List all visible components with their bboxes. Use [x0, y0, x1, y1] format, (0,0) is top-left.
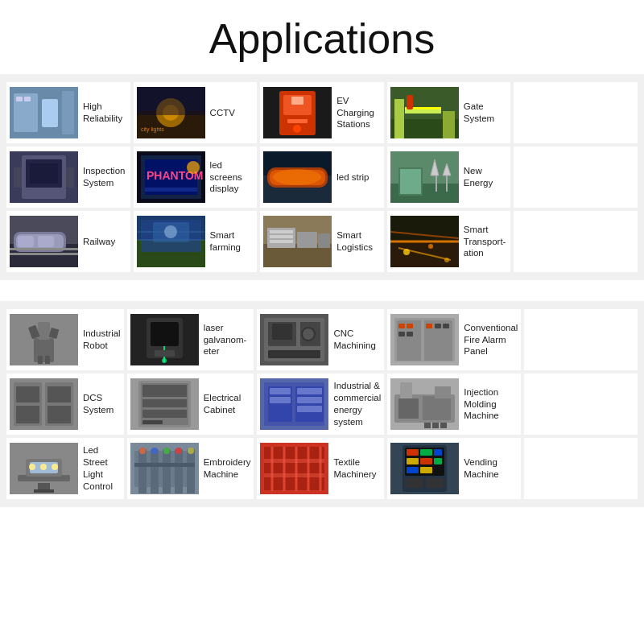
app-image-railway [10, 216, 78, 267]
app-image-led-street [10, 443, 78, 494]
app-image-smart-transport [390, 216, 459, 267]
svg-rect-133 [297, 397, 322, 403]
svg-rect-99 [272, 324, 292, 340]
svg-point-64 [164, 225, 177, 238]
svg-rect-111 [443, 324, 449, 328]
app-image-dcs [10, 378, 78, 430]
app-item-smart-logistics[interactable]: Smart Logistics [260, 211, 384, 272]
svg-text:city lights: city lights [141, 126, 164, 133]
svg-rect-130 [270, 388, 291, 394]
app-item-railway[interactable]: Railway [6, 211, 130, 272]
app-item-high-reliability[interactable]: High Reliability [6, 82, 130, 143]
svg-rect-68 [297, 232, 317, 248]
app-image-injection-molding [390, 378, 459, 430]
app-image-laser [130, 314, 199, 365]
app-image-textile [260, 443, 328, 494]
svg-rect-106 [407, 324, 413, 328]
app-item-inspection[interactable]: Inspection System [6, 147, 130, 208]
app-image-inspection [10, 151, 78, 203]
app-item-empty-3 [514, 211, 638, 272]
app-item-fire-alarm[interactable]: Conventional Fire Alarm Panel [387, 309, 521, 370]
app-label-gate-system: Gate System [464, 101, 508, 125]
app-image-high-reliability [10, 87, 78, 138]
app-item-ev-charging[interactable]: EV Charging Stations [260, 82, 384, 143]
svg-point-151 [40, 464, 47, 470]
svg-rect-24 [407, 95, 413, 109]
svg-rect-108 [407, 332, 413, 336]
top-applications-section: High Reliability city lights CCTV [0, 74, 644, 280]
app-item-textile[interactable]: Textile Machinery [257, 438, 384, 499]
industrial-apps-grid: Industrial Robot laser galvanom-eter [6, 309, 638, 499]
app-item-led-strip[interactable]: led strip [260, 147, 384, 208]
svg-rect-157 [163, 449, 171, 493]
app-label-industrial-robot: Industrial Robot [83, 328, 121, 352]
app-item-dcs[interactable]: DCS System [6, 374, 124, 435]
svg-rect-3 [62, 91, 74, 134]
svg-rect-181 [407, 458, 419, 464]
app-label-ev-charging: EV Charging Stations [336, 95, 381, 131]
svg-rect-55 [38, 236, 54, 247]
app-item-industrial-robot[interactable]: Industrial Robot [6, 309, 124, 370]
svg-rect-69 [318, 233, 330, 248]
svg-point-164 [175, 448, 182, 454]
app-item-vending[interactable]: Vending Machine [387, 438, 521, 499]
svg-rect-125 [142, 420, 163, 424]
app-item-embroidery[interactable]: Embroidery Machine [127, 438, 254, 499]
app-label-high-reliability: High Reliability [83, 101, 127, 125]
svg-rect-141 [424, 423, 431, 428]
svg-point-165 [188, 448, 194, 454]
svg-point-162 [151, 448, 158, 454]
app-item-laser[interactable]: laser galvanom-eter [127, 309, 254, 370]
app-label-led-strip: led strip [336, 171, 369, 184]
app-image-vending [390, 443, 459, 494]
app-item-gate-system[interactable]: Gate System [387, 82, 511, 143]
app-label-vending: Vending Machine [464, 456, 518, 481]
svg-rect-180 [434, 449, 442, 456]
top-apps-grid: High Reliability city lights CCTV [6, 82, 638, 272]
svg-rect-185 [420, 467, 432, 473]
svg-rect-132 [297, 388, 322, 394]
app-image-led-screens: PHANTOM [137, 151, 205, 203]
svg-rect-158 [175, 449, 183, 493]
page-title: Applications [0, 0, 644, 74]
app-item-empty-4 [524, 309, 638, 370]
app-label-fire-alarm: Conventional Fire Alarm Panel [464, 322, 518, 358]
app-item-energy-system[interactable]: Industrial & commercial energy system [257, 374, 384, 435]
app-item-electrical-cabinet[interactable]: Electrical Cabinet [127, 374, 254, 435]
app-item-led-screens[interactable]: PHANTOM led screens display [134, 147, 258, 208]
svg-rect-179 [420, 449, 432, 456]
app-image-cnc [260, 314, 328, 365]
svg-point-150 [29, 464, 35, 470]
app-item-cctv[interactable]: city lights CCTV [134, 82, 258, 143]
app-item-empty-1 [514, 82, 638, 143]
app-image-smart-farming [137, 216, 205, 267]
app-label-smart-farming: Smart farming [210, 229, 254, 254]
app-item-empty-6 [524, 438, 638, 499]
app-image-energy-system [260, 378, 328, 430]
app-label-electrical-cabinet: Electrical Cabinet [204, 392, 251, 416]
svg-point-79 [428, 244, 433, 249]
app-item-smart-farming[interactable]: Smart farming [134, 211, 258, 272]
svg-rect-86 [38, 356, 43, 364]
svg-rect-131 [270, 397, 291, 403]
app-item-injection-molding[interactable]: Injection Molding Machine [387, 374, 521, 435]
svg-rect-140 [435, 386, 451, 398]
app-item-led-street[interactable]: Led Street Light Control [6, 438, 124, 499]
app-image-fire-alarm [390, 314, 459, 365]
svg-rect-186 [405, 478, 423, 488]
app-item-smart-transport[interactable]: Smart Transport-ation [387, 211, 511, 272]
svg-rect-23 [443, 111, 455, 138]
svg-rect-110 [435, 324, 441, 328]
app-label-railway: Railway [83, 236, 115, 248]
svg-rect-142 [432, 423, 439, 428]
app-label-textile: Textile Machinery [333, 456, 381, 481]
svg-rect-160 [134, 463, 195, 467]
svg-rect-139 [400, 382, 412, 398]
svg-rect-4 [16, 97, 23, 101]
svg-rect-124 [142, 410, 187, 418]
app-item-cnc[interactable]: CNC Machining [257, 309, 384, 370]
app-label-new-energy: New Energy [464, 165, 508, 189]
svg-point-36 [187, 161, 200, 174]
app-item-new-energy[interactable]: New Energy [387, 147, 511, 208]
svg-rect-5 [24, 97, 31, 101]
